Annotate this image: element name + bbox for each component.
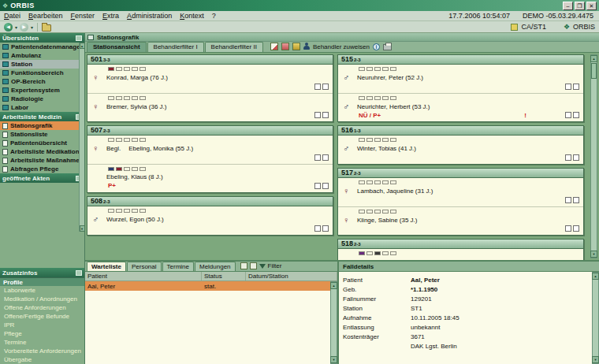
tab-personal[interactable]: Personal (127, 262, 162, 271)
room-header[interactable]: 5152-3 (338, 55, 583, 65)
column-header-status[interactable]: Status (202, 272, 246, 280)
sidebar-item-vorbereitete-anforderungen[interactable]: Vorbereitete Anforderungen (0, 347, 84, 355)
rooms-scrollbar[interactable]: ▲ ▼ (590, 54, 597, 258)
sidebar-item-medikation-anordnungen[interactable]: Medikation / Anordnungen (0, 295, 84, 303)
sidebar-item-bergabe[interactable]: Übergabe (0, 355, 84, 364)
sidebar-item-offene-fertige-befunde[interactable]: Offene/Fertige Befunde (0, 312, 84, 321)
tab-behandlerfilter-i[interactable]: Behandlerfilter I (147, 42, 204, 52)
patient-checkbox[interactable] (573, 225, 579, 232)
sidebar-item-patientendatenmanage[interactable]: Patientendatenmanage (0, 43, 84, 51)
worklist-row[interactable]: Aal, Peterstat. (85, 281, 337, 291)
sidebar-item-ambulanz[interactable]: Ambulanz (0, 51, 84, 60)
clear-icon[interactable] (281, 43, 289, 50)
column-header-datum-station[interactable]: Datum/Station (246, 272, 337, 280)
sidebar-item-pflege[interactable]: Pflege (0, 329, 84, 338)
key-icon[interactable] (292, 43, 300, 50)
worklist-scrollbar[interactable]: ▲ ▼ (330, 281, 337, 364)
home-folder-icon[interactable] (42, 24, 51, 32)
menu-datei[interactable]: Datei (4, 12, 20, 20)
patient-checkbox[interactable] (314, 154, 321, 161)
forward-history-dropdown[interactable]: ▾ (31, 24, 33, 30)
filter-label[interactable]: Filter (268, 262, 282, 269)
patient-bed[interactable]: ♀Begl.Ebeling, Monika (55 J.) (87, 136, 333, 164)
patient-checkbox[interactable] (322, 84, 329, 90)
patient-checkbox[interactable] (322, 225, 329, 232)
sidebar-item-funktionsbereich[interactable]: Funktionsbereich (0, 69, 84, 77)
profile-bar[interactable]: Profile (0, 277, 84, 286)
section-collapse-icon[interactable] (76, 270, 82, 276)
scroll-down-icon[interactable]: ▼ (80, 225, 85, 232)
sidebar-item-arbeitsliste-ma-nahmen[interactable]: Arbeitsliste Maßnahmen (0, 156, 84, 165)
scroll-thumb[interactable] (591, 63, 597, 79)
sidebar-item-termine[interactable]: Termine (0, 338, 84, 347)
sidebar-item-labor[interactable]: Labor (0, 103, 84, 112)
forward-button[interactable]: ▶ (20, 23, 28, 32)
menu-item[interactable]: ? (212, 12, 216, 20)
sidebar-item-patienten-bersicht[interactable]: Patientenübersicht (0, 139, 84, 147)
patient-bed[interactable]: ♂Neuruhrer, Peter (52 J.) (338, 65, 583, 93)
sidebar-item-radiologie[interactable]: Radiologie (0, 95, 84, 103)
tab-stationsansicht[interactable]: Stationsansicht (87, 42, 147, 52)
sidebar-item-offene-anforderungen[interactable]: Offene Anforderungen (0, 303, 84, 312)
info-icon[interactable]: i (373, 43, 380, 50)
section-header-geoeffnete-akten[interactable]: geöffnete Akten (0, 173, 84, 183)
room-header[interactable]: 5013-3 (87, 55, 333, 65)
assign-behandler-button[interactable]: Behandler zuweisen (303, 43, 370, 50)
sidebar-item-expertensystem[interactable]: Expertensystem (0, 86, 84, 95)
menu-kontext[interactable]: Kontext (180, 12, 204, 20)
print-icon[interactable] (383, 44, 392, 50)
room-header[interactable]: 5072-3 (87, 126, 333, 136)
tab-warteliste[interactable]: Warteliste (87, 262, 126, 271)
patient-checkbox[interactable] (573, 112, 579, 118)
patient-checkbox[interactable] (565, 112, 571, 118)
patient-checkbox[interactable] (573, 84, 579, 90)
falldetails-scrollbar[interactable]: ▲ ▼ (592, 272, 599, 364)
window-close-button[interactable]: ✕ (586, 2, 597, 10)
room-header[interactable]: 5161-3 (338, 126, 583, 136)
patient-bed[interactable]: ♂Neurichter, Herbert (53 J.)NÜ / P+! (338, 93, 583, 121)
sidebar-item-stationsgrafik[interactable]: Stationsgrafik (0, 121, 84, 130)
patient-checkbox[interactable] (565, 154, 571, 161)
room-header[interactable]: 5082-3 (87, 197, 333, 206)
sidebar-item-station[interactable]: Station (0, 60, 84, 69)
sidebar-item-op-bereich[interactable]: OP-Bereich (0, 77, 84, 86)
patient-checkbox[interactable] (565, 197, 571, 203)
scroll-up-icon[interactable]: ▲ (330, 282, 337, 289)
sidebar-item-arbeitsliste-medikation[interactable]: Arbeitsliste Medikation (0, 147, 84, 156)
window-titlebar[interactable]: ❖ ORBIS –❐✕ (0, 0, 599, 11)
section-header-zusatzinfos[interactable]: Zusatzinfos (0, 268, 84, 277)
sidebar-item-stationsliste[interactable]: Stationsliste (0, 130, 84, 139)
menu-administration[interactable]: Administration (127, 12, 172, 20)
back-history-dropdown[interactable]: ▾ (15, 24, 17, 30)
patient-bed[interactable]: ♀Bremer, Sylvia (36 J.) (87, 93, 333, 121)
list-tool-icon[interactable] (240, 262, 247, 269)
tab-meldungen[interactable]: Meldungen (195, 262, 236, 271)
patient-checkbox[interactable] (565, 84, 571, 90)
sidebar-item-laborwerte[interactable]: Laborwerte (0, 286, 84, 295)
patient-checkbox[interactable] (314, 112, 321, 118)
room-header[interactable]: 5172-3 (338, 169, 583, 178)
patient-checkbox[interactable] (314, 183, 321, 189)
menu-bearbeiten[interactable]: Bearbeiten (28, 12, 63, 20)
patient-checkbox[interactable] (322, 183, 329, 189)
section-header-arbeitsliste-medizin[interactable]: Arbeitsliste Medizin (0, 112, 84, 121)
window-maximize-button[interactable]: ❐ (575, 2, 585, 10)
filter-icon[interactable] (259, 264, 266, 269)
patient-checkbox[interactable] (573, 197, 579, 203)
sidebar-scrollbar[interactable]: ▲ ▼ (79, 43, 84, 232)
scroll-up-icon[interactable]: ▲ (592, 273, 599, 280)
scroll-up-icon[interactable]: ▲ (80, 43, 85, 49)
sidebar-item-ipr[interactable]: IPR (0, 321, 84, 329)
scroll-down-icon[interactable]: ▼ (592, 356, 599, 363)
list-tool-icon[interactable] (250, 262, 257, 269)
edit-icon[interactable] (270, 43, 278, 50)
patient-bed[interactable]: ♀Klinge, Sabine (35 J.) (338, 206, 583, 235)
scroll-down-icon[interactable]: ▼ (590, 251, 597, 258)
patient-bed[interactable]: Ebeling, Klaus (8 J.)P+ (87, 164, 333, 192)
patient-checkbox[interactable] (573, 154, 579, 161)
tab-behandlerfilter-ii[interactable]: Behandlerfilter II (205, 42, 263, 52)
patient-checkbox[interactable] (314, 84, 321, 90)
section-collapse-icon[interactable] (76, 35, 82, 41)
patient-bed[interactable]: ♂Wurzel, Egon (50 J.) (87, 206, 333, 235)
column-header-patient[interactable]: Patient (85, 272, 202, 280)
